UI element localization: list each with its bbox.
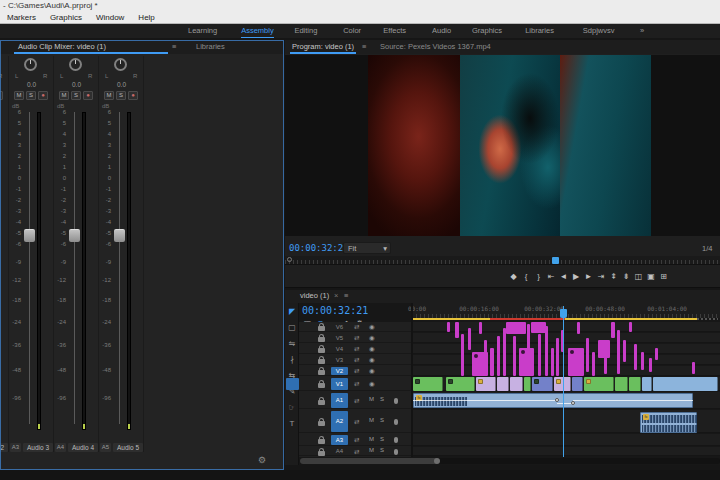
clip-magenta[interactable]	[513, 336, 516, 376]
clip-v1-lav[interactable]	[510, 377, 523, 391]
workspace-tab-learning[interactable]: Learning	[188, 24, 217, 38]
sync-lock-icon[interactable]: ⇄	[354, 334, 359, 342]
track-target-V4[interactable]: V4	[331, 345, 348, 353]
mute-button[interactable]: M	[59, 91, 69, 100]
track-target-A4[interactable]: A4	[331, 448, 348, 455]
tab-sequence-video1[interactable]: video (1)	[300, 289, 329, 303]
pan-value[interactable]: 0.0	[0, 81, 9, 88]
mark-in-button[interactable]: {	[521, 270, 532, 283]
timeline-hscrollbar-handle-icon[interactable]	[434, 458, 440, 464]
clip-v1-green[interactable]	[413, 377, 443, 391]
clip-v1-slate[interactable]	[532, 377, 553, 391]
track-target-V2[interactable]: V2	[331, 367, 348, 375]
workspace-tab-sdpjwvsv[interactable]: Sdpjwvsv	[583, 24, 615, 38]
track-target-A1[interactable]: A1	[331, 393, 348, 408]
clip-magenta[interactable]	[611, 322, 615, 338]
workspace-tab-audio[interactable]: Audio	[432, 24, 451, 38]
sync-lock-icon[interactable]: ⇄	[354, 380, 359, 388]
clip-magenta[interactable]	[455, 322, 459, 338]
clip-magenta[interactable]	[527, 324, 530, 354]
comparison-view-button[interactable]: ▣	[646, 270, 657, 283]
voiceover-record-mic-icon[interactable]	[394, 437, 398, 443]
track-target-V5[interactable]: V5	[331, 334, 348, 342]
workspace-tab-editing[interactable]: Editing	[294, 24, 317, 38]
write-keyframes-button[interactable]: ●	[128, 91, 138, 100]
voiceover-record-mic-icon[interactable]	[394, 398, 398, 404]
track-target-V1[interactable]: V1	[331, 378, 348, 390]
menu-help[interactable]: Help	[131, 12, 161, 23]
clip-magenta[interactable]	[655, 348, 658, 360]
solo-button[interactable]: S	[26, 91, 36, 100]
workspace-tab-libraries[interactable]: Libraries	[525, 24, 554, 38]
strip-name-field[interactable]: Audio 5	[113, 443, 143, 452]
scrub-knob-icon[interactable]	[287, 257, 292, 262]
toggle-track-output-eye-icon[interactable]: ◉	[369, 380, 375, 388]
mute-track-button[interactable]: M	[369, 396, 374, 402]
clip-magenta[interactable]	[506, 322, 526, 334]
extract-button[interactable]: ⇟	[621, 270, 632, 283]
menu-markers[interactable]: Markers	[0, 12, 43, 23]
pan-knob[interactable]	[69, 58, 82, 71]
solo-button[interactable]: S	[116, 91, 126, 100]
write-keyframes-button[interactable]: ●	[0, 91, 3, 100]
clip-v1-green[interactable]	[615, 377, 628, 391]
solo-track-button[interactable]: S	[380, 447, 384, 453]
clip-magenta[interactable]	[634, 344, 637, 370]
clip-v1-slate[interactable]	[572, 377, 583, 391]
clip-magenta[interactable]	[479, 322, 482, 334]
voiceover-record-mic-icon[interactable]	[394, 449, 398, 455]
clip-magenta[interactable]	[551, 348, 554, 376]
clip-magenta[interactable]	[468, 328, 471, 350]
source-patch-V1[interactable]	[286, 378, 299, 390]
sync-lock-icon[interactable]: ⇄	[354, 448, 359, 456]
track-target-A3[interactable]: A3	[331, 435, 348, 445]
program-panel-menu-icon[interactable]: ≡	[362, 40, 366, 54]
clip-magenta[interactable]	[649, 358, 652, 372]
clip-magenta[interactable]	[604, 344, 607, 374]
clip-v1-lav[interactable]	[497, 377, 509, 391]
toggle-track-output-eye-icon[interactable]: ◉	[369, 356, 375, 364]
timeline-playhead-head[interactable]	[560, 309, 567, 318]
track-lock-icon[interactable]	[318, 356, 325, 364]
pan-value[interactable]: 0.0	[54, 81, 99, 88]
clip-magenta[interactable]	[538, 334, 541, 376]
mute-track-button[interactable]: M	[369, 417, 374, 423]
clip-magenta[interactable]	[617, 330, 620, 374]
mark-out-button[interactable]: }	[533, 270, 544, 283]
clip-v1-green[interactable]	[584, 377, 614, 391]
fit-zoom-dropdown[interactable]: Fit ▾	[343, 242, 391, 254]
playback-resolution-label[interactable]: 1/4	[702, 244, 712, 253]
solo-track-button[interactable]: S	[380, 396, 384, 402]
export-frame-button[interactable]: ◫	[633, 270, 644, 283]
sync-lock-icon[interactable]: ⇄	[354, 323, 359, 331]
track-lock-icon[interactable]	[318, 323, 325, 331]
clip-magenta[interactable]	[586, 338, 589, 372]
workspace-overflow-chevron[interactable]: »	[640, 24, 644, 38]
program-playhead-marker[interactable]	[552, 257, 559, 264]
clip-v1-green[interactable]	[446, 377, 475, 391]
mixer-settings-gear[interactable]: ⚙	[258, 455, 266, 465]
clip-magenta[interactable]	[503, 328, 506, 376]
add-marker-button[interactable]: ◆	[508, 270, 519, 283]
clip-magenta[interactable]	[447, 322, 450, 332]
voiceover-record-mic-icon[interactable]	[394, 419, 398, 425]
clip-magenta[interactable]	[641, 352, 644, 370]
solo-button[interactable]: S	[71, 91, 81, 100]
mixer-panel-menu-icon[interactable]: ≡	[172, 40, 176, 54]
fader-handle[interactable]	[114, 229, 125, 242]
clip-magenta[interactable]	[497, 336, 500, 376]
fader-handle[interactable]	[24, 229, 35, 242]
clip-v1-green[interactable]	[629, 377, 641, 391]
clip-magenta[interactable]	[592, 352, 595, 376]
go-to-in-button[interactable]: ⇤	[546, 270, 557, 283]
track-lock-icon[interactable]	[318, 380, 325, 388]
pan-knob[interactable]	[24, 58, 37, 71]
tab-libraries[interactable]: Libraries	[196, 40, 225, 54]
solo-track-button[interactable]: S	[380, 436, 384, 442]
razor-tool[interactable]: ∤	[285, 353, 299, 366]
sync-lock-icon[interactable]: ⇄	[354, 397, 359, 405]
program-timecode[interactable]: 00:00:32:21	[289, 243, 349, 253]
fader-handle[interactable]	[69, 229, 80, 242]
workspace-tab-color[interactable]: Color	[343, 24, 361, 38]
program-scrub-bar[interactable]	[285, 256, 720, 265]
